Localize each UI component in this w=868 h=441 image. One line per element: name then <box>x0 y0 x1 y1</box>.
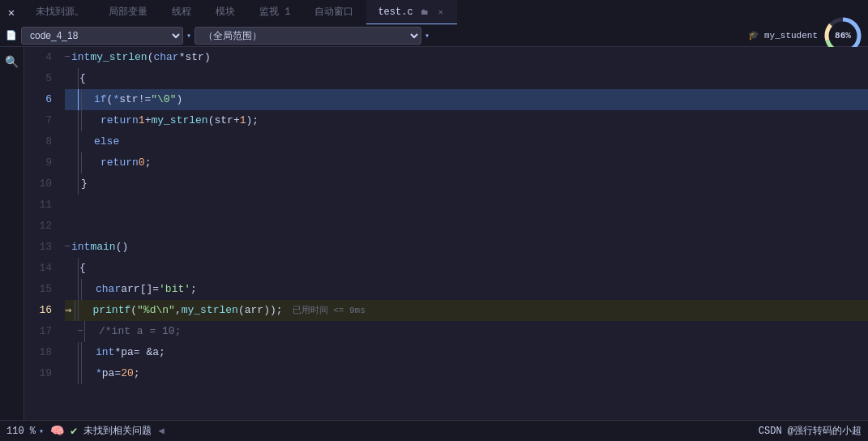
var-pa: pa <box>121 342 134 363</box>
fn-my_strlen: my_strlen <box>90 47 147 68</box>
main-layout: 🔍 4 5 6 7 8 9 10 11 12 13 14 15 <box>0 47 868 420</box>
tab-testc-label: test.c <box>378 6 413 18</box>
var-arr: arr <box>121 279 139 300</box>
kw-int-4: int <box>71 47 90 68</box>
ln-13: 13 <box>24 237 52 258</box>
line-numbers: 4 5 6 7 8 9 10 11 12 13 14 15 16 17 18 1… <box>24 47 58 420</box>
fold-btn-4[interactable]: ─ <box>65 47 70 68</box>
ai-status-icon[interactable]: 🧠 <box>50 424 64 438</box>
code-line-11 <box>65 195 868 216</box>
credit-label: CSDN @强行转码的小超 <box>759 426 862 437</box>
zoom-control[interactable]: 110 % ▾ <box>6 426 44 437</box>
code-lines[interactable]: ─ int my_strlen ( char * str ) <box>58 47 868 420</box>
code-line-19: * pa = 20 ; <box>65 363 868 384</box>
fold-btn-13[interactable]: ─ <box>65 237 70 258</box>
ln-8: 8 <box>24 131 52 152</box>
kw-int-18: int <box>96 342 114 363</box>
num-20: 20 <box>121 363 134 384</box>
tab-close-icon[interactable]: ✕ <box>436 6 446 18</box>
var-arr-16: arr <box>245 300 263 321</box>
status-bar: 110 % ▾ 🧠 ✔ 未找到相关问题 ◀ CSDN @强行转码的小超 <box>0 420 868 441</box>
arrow-icon: ⇒ <box>65 300 71 321</box>
zoom-arrow-icon[interactable]: ▾ <box>39 426 44 436</box>
tab-testc[interactable]: test.c 🖿 ✕ <box>366 0 456 24</box>
code-line-18: int * pa = & a ; <box>65 342 868 363</box>
sidebar-search-icon[interactable]: 🔍 <box>2 52 22 71</box>
ln-17: 17 <box>24 321 52 342</box>
ln-18: 18 <box>24 342 52 363</box>
code-line-14: { <box>65 258 868 279</box>
sp-15b: = <box>152 279 159 300</box>
fn-my_strlen-16: my_strlen <box>182 300 238 321</box>
num-1: 1 <box>139 110 145 131</box>
punct-19: ; <box>134 363 140 384</box>
toolbar: 📄 code_4_18 ▾ （全局范围） ▾ 🎓 my_student <box>0 24 868 47</box>
ln-10: 10 <box>24 173 52 195</box>
editor-area: 4 5 6 7 8 9 10 11 12 13 14 15 16 17 18 1… <box>24 47 868 420</box>
var-pa-19: pa <box>102 363 115 384</box>
sp-16: , <box>175 300 182 321</box>
ln-19: 19 <box>24 363 52 384</box>
fn-printf: printf <box>92 300 130 321</box>
kw-return-9: return <box>100 152 139 173</box>
ln-16: 16 <box>24 300 52 321</box>
tab-pin-icon[interactable]: 🖿 <box>418 6 431 18</box>
str-bit: 'bit' <box>159 279 190 300</box>
str-fmt: "%d\n" <box>137 300 175 321</box>
ln-6: 6 <box>24 89 52 110</box>
sp-19: = <box>114 363 121 384</box>
brace-open-14: { <box>79 258 86 279</box>
toolbar-arrow: ▾ <box>186 31 191 41</box>
punct-15: [] <box>140 279 153 300</box>
tab-autos[interactable]: 自动窗口 <box>303 0 365 24</box>
fn-my_strlen-7: my_strlen <box>151 110 207 131</box>
code-line-5: { <box>65 68 868 89</box>
ln-7: 7 <box>24 110 52 131</box>
progress-label: 86% <box>835 31 851 41</box>
sp-4b: * <box>179 47 186 68</box>
scope-select[interactable]: （全局范围） <box>195 27 421 45</box>
kw-if: if <box>94 89 107 110</box>
kw-char-15: char <box>96 279 121 300</box>
user-icon: 🎓 <box>748 30 759 41</box>
brace-open-5: { <box>79 68 86 89</box>
project-select[interactable]: code_4_18 <box>21 27 183 45</box>
sp-6b: != <box>139 89 152 110</box>
username-label: my_student <box>764 31 818 41</box>
tab-local-vars[interactable]: 局部变量 <box>97 0 159 24</box>
status-message: 未找到相关问题 <box>83 424 152 438</box>
code-line-12 <box>65 216 868 237</box>
scroll-left-icon[interactable]: ◀ <box>158 425 164 437</box>
tab-watch1[interactable]: 监视 1 <box>248 0 301 24</box>
kw-else: else <box>94 131 119 152</box>
punct-18: ; <box>159 342 165 363</box>
tab-threads[interactable]: 线程 <box>160 0 203 24</box>
tab-modules[interactable]: 模块 <box>204 0 246 24</box>
code-line-6: if ( * str != "\0" ) <box>65 89 868 110</box>
punct-13: () <box>116 237 129 258</box>
app-container: ✕ 未找到源。 局部变量 线程 模块 监视 1 自动窗口 test.c 🖿 ✕ … <box>0 0 868 441</box>
var-a-18: a <box>152 342 159 363</box>
window-close-button[interactable]: ✕ <box>3 4 19 20</box>
file-icon: 📄 <box>5 29 18 42</box>
code-line-13: ─ int main () <box>65 237 868 258</box>
str-null: "\0" <box>151 89 176 110</box>
punct-16b: ( <box>238 300 245 321</box>
code-line-8: else <box>65 131 868 152</box>
ln-15: 15 <box>24 279 52 300</box>
kw-int-13: int <box>71 237 90 258</box>
ln-5: 5 <box>24 68 52 89</box>
sp-18b: = & <box>134 342 152 363</box>
cm-int-a: /*int a = 10; <box>99 321 181 342</box>
num-1b: 1 <box>240 110 246 131</box>
code-line-4: ─ int my_strlen ( char * str ) <box>65 47 868 68</box>
zoom-value: 110 % <box>6 426 36 437</box>
punct-4b: ) <box>204 47 211 68</box>
kw-char: char <box>153 47 178 68</box>
sp-7c: + <box>233 110 240 131</box>
brace-close-10: } <box>81 173 88 195</box>
sp-6: ( <box>107 89 113 110</box>
tab-no-source[interactable]: 未找到源。 <box>24 0 96 24</box>
var-str-6: str <box>119 89 138 110</box>
fold-btn-17[interactable]: ─ <box>78 321 83 342</box>
